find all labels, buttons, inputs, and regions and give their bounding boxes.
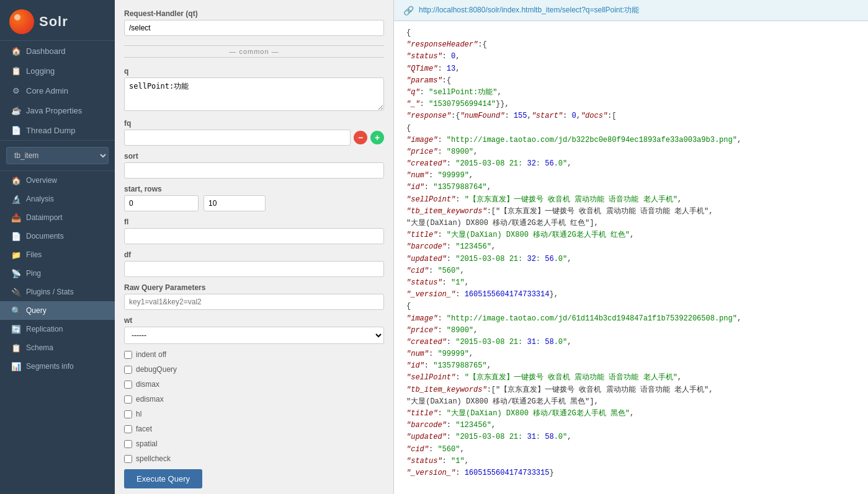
sidebar-item-logging[interactable]: 📋Logging [0,61,115,81]
json-line: "image": "http://image.taotao.com/jd/61d… [406,313,856,325]
df-label: df [124,250,384,259]
fq-add-button[interactable]: + [370,131,384,144]
debug-query-checkbox[interactable] [124,366,132,374]
edismax-label: edismax [136,395,164,404]
main-content: Request-Handler (qt) — common — q fq − +… [115,0,868,494]
core-label-query: Query [26,306,47,315]
json-line: "num": "99999", [406,170,856,182]
json-line: "created": "2015-03-08 21: 32: 56.0", [406,158,856,170]
json-line: "title": "大显(DaXian) DX800 移动/联通2G老人手机 黑… [406,408,856,420]
core-nav-item-query[interactable]: 🔍Query [0,301,115,320]
fl-input[interactable] [124,228,384,244]
json-line: "status": 0, [406,51,856,63]
fl-field: fl [124,218,384,244]
json-line: "status": "1", [406,456,856,467]
logging-icon: 📋 [11,66,21,76]
indent-off-row: indent off [124,350,384,359]
core-nav-item-analysis[interactable]: 🔬Analysis [0,190,115,208]
spatial-checkbox[interactable] [124,440,132,448]
indent-off-label: indent off [136,350,166,359]
core-label-analysis: Analysis [26,195,54,203]
sidebar-item-dashboard[interactable]: 🏠Dashboard [0,41,115,61]
documents-icon: 📄 [11,231,21,241]
dismax-checkbox[interactable] [124,381,132,389]
fl-label: fl [124,218,384,226]
replication-icon: 🔄 [11,324,21,334]
fq-field: fq − + [124,119,384,146]
core-label-plugins-stats: Plugins / Stats [26,288,74,296]
response-url: http://localhost:8080/solr/index.htmltb_… [419,5,639,15]
debug-query-row: debugQuery [124,365,384,374]
core-nav-item-documents[interactable]: 📄Documents [0,227,115,245]
json-line: "cid": "560", [406,444,856,456]
sort-input[interactable] [124,162,384,179]
json-line: "updated": "2015-03-08 21: 32: 56.0", [406,254,856,265]
core-label-segments-info: Segments info [26,362,74,371]
execute-query-button[interactable]: Execute Query [124,469,202,488]
query-panel: Request-Handler (qt) — common — q fq − +… [115,0,394,494]
sidebar-label-logging: Logging [26,66,55,76]
rows-input[interactable] [204,195,266,211]
core-nav-item-schema[interactable]: 📋Schema [0,338,115,357]
json-line: "barcode": "123456", [406,241,856,253]
json-line: "num": "99999", [406,348,856,360]
start-input[interactable] [124,195,199,211]
core-nav-item-segments-info[interactable]: 📊Segments info [0,357,115,376]
q-label: q [124,67,384,76]
df-input[interactable] [124,261,384,277]
json-line: { [406,123,856,135]
core-nav-item-plugins-stats[interactable]: 🔌Plugins / Stats [0,283,115,301]
segments-info-icon: 📊 [11,361,21,371]
request-handler-input[interactable] [124,20,384,36]
core-label-files: Files [26,250,42,259]
sort-label: sort [124,152,384,161]
core-admin-icon: ⚙ [11,86,21,95]
sidebar: Solr 🏠Dashboard📋Logging⚙Core Admin☕Java … [0,0,115,494]
response-area: 🔗 http://localhost:8080/solr/index.htmlt… [394,0,868,494]
core-label-documents: Documents [26,232,64,240]
json-line: "大显(DaXian) DX800 移动/联通2G老人手机 黑色"], [406,396,856,408]
dismax-label: dismax [136,380,159,389]
debug-query-label: debugQuery [136,365,177,374]
raw-query-input[interactable] [124,294,384,310]
json-line: "price": "8900", [406,325,856,337]
sidebar-item-core-admin[interactable]: ⚙Core Admin [0,81,115,100]
json-line: "_": "1530795699414"}}, [406,99,856,110]
spatial-label: spatial [136,439,158,448]
facet-checkbox[interactable] [124,425,132,433]
fq-input[interactable] [124,130,351,146]
core-selector[interactable]: tb_item [6,147,109,164]
sidebar-item-thread-dump[interactable]: 📄Thread Dump [0,120,115,140]
json-line: "created": "2015-03-08 21: 31: 58.0", [406,337,856,348]
fq-remove-button[interactable]: − [354,131,367,144]
fq-row: − + [124,130,384,146]
core-nav-item-files[interactable]: 📁Files [0,245,115,264]
json-line: "sellPoint": "【京东直发】一键拨号 收音机 震动功能 语音功能 老… [406,194,856,206]
sidebar-item-java-properties[interactable]: ☕Java Properties [0,100,115,120]
core-nav-item-overview[interactable]: 🏠Overview [0,171,115,190]
json-line: "大显(DaXian) DX800 移动/联通2G老人手机 红色"], [406,218,856,229]
facet-label: facet [136,425,152,433]
json-line: "q": "sellPoint:功能", [406,87,856,99]
json-output[interactable]: { "responseHeader":{ "status": 0, "QTime… [394,21,868,494]
solr-logo [9,9,34,34]
content-area: Request-Handler (qt) — common — q fq − +… [115,0,868,494]
ping-icon: 📡 [11,268,21,278]
core-nav-item-dataimport[interactable]: 📥Dataimport [0,208,115,227]
json-line: "responseHeader":{ [406,39,856,51]
plugins-stats-icon: 🔌 [11,287,21,297]
sort-field: sort [124,152,384,179]
request-handler-field: Request-Handler (qt) [124,9,384,36]
json-line: "params":{ [406,75,856,87]
request-handler-label: Request-Handler (qt) [124,9,384,18]
q-input[interactable] [124,77,384,111]
core-label-replication: Replication [26,325,63,333]
core-nav-item-ping[interactable]: 📡Ping [0,264,115,283]
edismax-checkbox[interactable] [124,395,132,404]
wt-select[interactable]: ------jsonxmlcsvpythonrubyphpvelocity [124,327,384,344]
start-rows-row [124,195,384,211]
spellcheck-checkbox[interactable] [124,455,132,463]
hl-checkbox[interactable] [124,410,132,418]
indent-off-checkbox[interactable] [124,351,132,359]
core-nav-item-replication[interactable]: 🔄Replication [0,320,115,338]
